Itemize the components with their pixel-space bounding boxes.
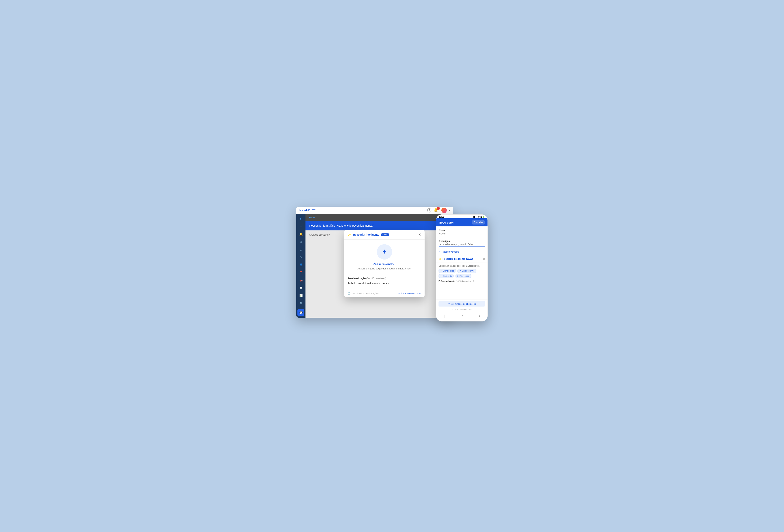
content-header-logo: FField (309, 216, 315, 219)
concluir-reescrita-button[interactable]: ✓ Concluir reescrita (439, 308, 485, 311)
sidebar-item-email[interactable]: ✉ (298, 238, 304, 245)
form-modal-header: Responder formulário "Manutenção peventi… (306, 221, 453, 230)
mobile-preview-label: Pré-visualização (10/100 caracteres) (439, 280, 485, 282)
signal-icon: ▌▌▌ (473, 216, 477, 218)
phone-description-section: Descrição terminei o trampo, tá tudo fei… (436, 237, 487, 249)
mobile-rewrite-title: ✨ Reescrita inteligente 01/500 (439, 258, 473, 260)
sidebar-item-documents[interactable]: 📋 (298, 284, 304, 291)
description-value: terminei o trampo, tá tudo feito. (439, 243, 485, 247)
rewrite-modal: ✨ Reescrita inteligente 01/500 ✕ ✦ Reesc… (344, 230, 424, 297)
scene: FField control ? 🔔 71 ▾ F ≡ 🔔 (296, 207, 488, 325)
phone-nav-title: Novo setor (439, 221, 454, 224)
preview-label: Pré-visualização (50/100 caracteres) (347, 277, 421, 280)
titlebar-right: ? 🔔 71 ▾ (427, 208, 450, 213)
sidebar-item-gear[interactable]: ⚙ (298, 300, 304, 306)
option-mais-descritivo[interactable]: ✕ Mais descritivo (457, 269, 476, 273)
logo-icon: F (299, 209, 301, 212)
ver-historico-mobile-button[interactable]: ⚙ Ver histórico de alterações (439, 301, 485, 306)
preview-section: Pré-visualização (50/100 caracteres) Tra… (347, 274, 421, 285)
logo-subtitle: control (309, 209, 318, 211)
mobile-rewrite-badge: 01/500 (466, 258, 473, 260)
sidebar: F ≡ 🔔 ✉ ⬡ ⊙ 👤 📍 🚗 📋 📊 ⚙ 💬 (296, 214, 306, 318)
app-logo: FField control (299, 209, 318, 212)
chip-icon: ✕ (457, 275, 458, 277)
option-mais-formal[interactable]: ✕ Mais formal (455, 274, 471, 278)
options-row: ✕ Corrigir erros ✕ Mais descritivo ✕ Mai… (439, 269, 485, 278)
selecione-text: Selecione uma das opções para reescrever… (439, 265, 485, 267)
sidebar-item-vehicles[interactable]: 🚗 (298, 277, 304, 284)
rewrite-badge: 01/500 (381, 233, 389, 236)
form-modal-title: Responder formulário "Manutenção peventi… (309, 224, 374, 227)
parar-reescrever-button[interactable]: ⊘ Parar de reescrever (398, 292, 421, 295)
phone-bottom-nav: ||| ○ ‹ (436, 312, 487, 320)
sidebar-item-persons[interactable]: 👤 (298, 261, 304, 268)
chip-label: Mais formal (459, 275, 469, 277)
option-corrigir-erros[interactable]: ✕ Corrigir erros (439, 269, 456, 273)
rewrite-modal-footer: 🕐 Ver histórico de alterações ⊘ Parar de… (344, 290, 424, 297)
sidebar-item-map[interactable]: 📍 (298, 269, 304, 276)
check-icon: ✓ (452, 308, 454, 311)
notification-button[interactable]: 🔔 71 (434, 208, 439, 213)
magic-icon-container: ✦ (377, 244, 392, 260)
mobile-rewrite-close-button[interactable]: ✕ (483, 257, 485, 261)
desktop-window: FField control ? 🔔 71 ▾ F ≡ 🔔 (296, 207, 453, 318)
rewrite-modal-header: ✨ Reescrita inteligente 01/500 ✕ (344, 230, 424, 240)
magic-wand-large-icon: ✦ (382, 248, 387, 256)
history-mobile-icon: ⚙ (448, 302, 450, 305)
name-value: Flávio (439, 232, 485, 235)
phone-time: 19:02 (439, 216, 444, 218)
rewrite-modal-close-button[interactable]: ✕ (418, 233, 421, 237)
chip-label: Mais descritivo (462, 270, 474, 272)
history-icon: 🕐 (347, 292, 351, 295)
name-label: Nome (439, 229, 485, 232)
phone-status-icons: ▌▌▌ WiFi 🔋 (473, 216, 485, 218)
ver-historico-button[interactable]: 🕐 Ver histórico de alterações (347, 292, 379, 295)
preview-text: Trabalho concluído dentro das normas. (347, 281, 421, 285)
mobile-preview-section: Pré-visualização (10/100 caracteres) (439, 280, 485, 282)
reescrever-texto-button[interactable]: ✦ Reescrever texto (436, 249, 487, 255)
description-label: Descrição (439, 240, 485, 242)
window-titlebar: FField control ? 🔔 71 ▾ (296, 207, 453, 214)
option-mais-curto[interactable]: ✕ Mais curto (439, 274, 454, 278)
aguarde-text: Aguarde alguns segundos enquanto finaliz… (358, 267, 411, 270)
magic-wand-icon: ✨ (347, 233, 352, 237)
mobile-rewrite-panel: ✨ Reescrita inteligente 01/500 ✕ Selecio… (436, 255, 487, 312)
mobile-rewrite-footer: ⚙ Ver histórico de alterações ✓ Concluir… (436, 299, 487, 312)
rewrite-modal-title: ✨ Reescrita inteligente 01/500 (347, 233, 389, 237)
phone-name-section: Nome Flávio (436, 227, 487, 237)
mobile-phone: 19:02 ▌▌▌ WiFi 🔋 Novo setor Cancelar Nom… (436, 214, 488, 321)
phone-nav-menu-icon[interactable]: ||| (444, 314, 447, 318)
sidebar-logo: F (300, 215, 302, 221)
reescrevendo-text: Reescrevendo... (373, 263, 396, 266)
sidebar-item-chat[interactable]: 💬 (298, 309, 304, 316)
rewrite-icon: ✦ (439, 250, 441, 253)
avatar[interactable] (441, 208, 447, 213)
chip-label: Corrigir erros (443, 270, 454, 272)
help-button[interactable]: ? (427, 208, 431, 212)
mobile-magic-icon: ✨ (439, 258, 441, 260)
phone-cancel-button[interactable]: Cancelar (472, 220, 485, 225)
sidebar-item-notifications[interactable]: 🔔 (298, 231, 304, 238)
chip-label: Mais curto (443, 275, 452, 277)
battery-icon: 🔋 (482, 216, 485, 218)
phone-body: Nome Flávio Descrição terminei o trampo,… (436, 227, 487, 312)
chevron-down-icon[interactable]: ▾ (449, 209, 450, 212)
phone-nav-home-icon[interactable]: ○ (462, 314, 464, 318)
phone-nav-header: Novo setor Cancelar (436, 218, 487, 227)
rewrite-modal-body: ✦ Reescrevendo... Aguarde alguns segundo… (344, 240, 424, 290)
sidebar-item-settings[interactable]: ⊙ (298, 254, 304, 261)
notification-count: 71 (437, 207, 440, 210)
sidebar-item-box[interactable]: ⬡ (298, 246, 304, 253)
sidebar-item-menu[interactable]: ≡ (298, 223, 304, 230)
chip-icon: ✕ (459, 270, 461, 272)
mobile-rewrite-header: ✨ Reescrita inteligente 01/500 ✕ (436, 255, 487, 263)
phone-nav-back-icon[interactable]: ‹ (479, 314, 480, 318)
phone-content: Novo setor Cancelar Nome Flávio Descriçã… (436, 218, 487, 320)
sidebar-item-reports[interactable]: 📊 (298, 292, 304, 299)
stop-icon: ⊘ (398, 292, 400, 295)
phone-status-bar: 19:02 ▌▌▌ WiFi 🔋 (436, 214, 487, 218)
mobile-rewrite-body: Selecione uma das opções para reescrever… (436, 263, 487, 299)
content-header: FField (306, 214, 453, 221)
wifi-icon: WiFi (478, 216, 482, 218)
chip-icon: ✕ (441, 270, 442, 272)
